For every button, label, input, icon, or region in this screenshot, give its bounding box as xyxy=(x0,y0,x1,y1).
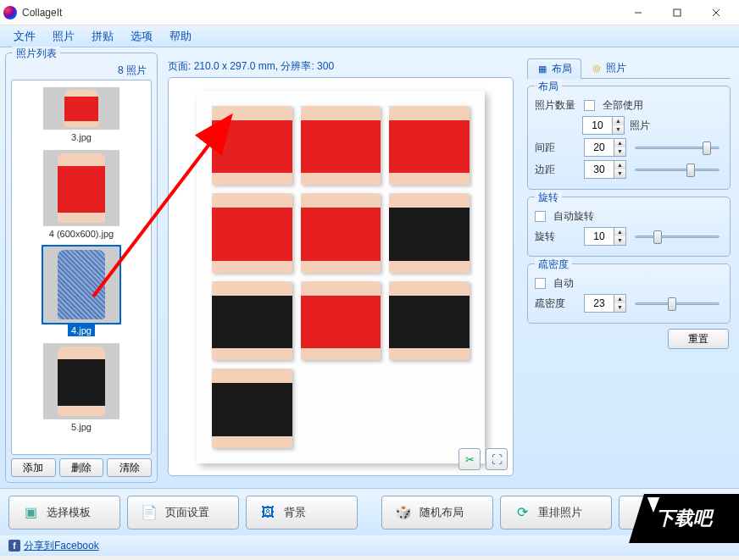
random-layout-button[interactable]: 🎲随机布局 xyxy=(381,496,493,530)
choose-template-button[interactable]: ▣选择模板 xyxy=(8,496,120,530)
crop-tool-button[interactable]: ✂ xyxy=(458,448,481,470)
spacing-slider[interactable] xyxy=(631,140,723,155)
spacing-stepper[interactable]: ▲▼ xyxy=(584,138,626,157)
rotate-stepper[interactable]: ▲▼ xyxy=(584,227,626,246)
margin-stepper[interactable]: ▲▼ xyxy=(584,160,626,179)
rearrange-button[interactable]: ⟳重排照片 xyxy=(500,496,612,530)
maximize-button[interactable] xyxy=(658,0,697,25)
tab-photo[interactable]: ◎照片 xyxy=(581,58,636,78)
delete-button[interactable]: 删除 xyxy=(59,458,104,477)
sparse-stepper[interactable]: ▲▼ xyxy=(584,294,626,313)
collage-item[interactable] xyxy=(389,281,470,361)
page-setup-button[interactable]: 📄页面设置 xyxy=(127,496,239,530)
add-button[interactable]: 添加 xyxy=(11,458,56,477)
watermark: 下载吧 xyxy=(629,494,739,543)
menubar: 文件 照片 拼贴 选项 帮助 xyxy=(0,25,739,47)
page-info: 页面: 210.0 x 297.0 mm, 分辨率: 300 xyxy=(168,59,514,77)
collage-canvas[interactable] xyxy=(197,91,485,463)
thumb-label: 3.jpg xyxy=(68,131,95,143)
collage-item[interactable] xyxy=(389,193,470,273)
svg-rect-1 xyxy=(674,9,681,16)
menu-help[interactable]: 帮助 xyxy=(161,27,200,46)
list-item[interactable]: 5.jpg xyxy=(15,340,147,436)
use-all-label: 全部使用 xyxy=(603,98,643,113)
titlebar: CollageIt xyxy=(0,0,739,25)
rotate-slider[interactable] xyxy=(631,229,723,244)
collage-item[interactable] xyxy=(212,281,292,361)
layout-icon: ▦ xyxy=(536,64,548,75)
collage-item[interactable] xyxy=(212,193,292,273)
page-setup-icon: 📄 xyxy=(140,503,158,522)
photo-icon: ◎ xyxy=(591,63,603,75)
photos-suffix: 照片 xyxy=(630,119,650,133)
menu-collage[interactable]: 拼贴 xyxy=(83,27,122,46)
list-item[interactable]: 4 (600x600).jpg xyxy=(15,147,147,243)
refresh-icon: ⟳ xyxy=(513,503,531,522)
settings-panel: ▦布局 ◎照片 布局 照片数量 全部使用 ▲▼ 照片 间距 ▲▼ 边距 ▲▼ xyxy=(524,53,734,483)
app-title: CollageIt xyxy=(22,7,619,19)
dice-icon: 🎲 xyxy=(394,503,413,522)
spacing-lbl: 间距 xyxy=(535,141,579,155)
rotate-lbl: 旋转 xyxy=(535,230,579,244)
photo-list-title: 照片列表 xyxy=(13,47,60,61)
clear-button[interactable]: 清除 xyxy=(107,458,152,477)
sparse-group: 疏密度 自动 疏密度 ▲▼ xyxy=(527,263,731,324)
menu-photo[interactable]: 照片 xyxy=(44,27,83,46)
fit-tool-button[interactable]: ⛶ xyxy=(486,448,508,470)
group-title: 布局 xyxy=(535,80,562,94)
group-title: 疏密度 xyxy=(535,258,572,272)
share-bar: f 分享到Facebook xyxy=(0,535,739,556)
settings-tabs: ▦布局 ◎照片 xyxy=(527,58,731,79)
minimize-button[interactable] xyxy=(619,0,658,25)
list-item[interactable]: 3.jpg xyxy=(15,84,147,147)
app-icon xyxy=(3,6,17,19)
list-item[interactable]: 4.jpg xyxy=(15,243,147,340)
margin-lbl: 边距 xyxy=(535,163,579,177)
photo-count-label: 8 照片 xyxy=(11,62,152,80)
collage-item[interactable] xyxy=(389,106,470,186)
thumbnail-list[interactable]: 3.jpg 4 (600x600).jpg 4.jpg 5.jpg xyxy=(11,80,152,455)
bottom-toolbar: ▣选择模板 📄页面设置 🖼背景 🎲随机布局 ⟳重排照片 ⬇输出 xyxy=(0,488,739,535)
collage-item[interactable] xyxy=(212,369,292,448)
reset-button[interactable]: 重置 xyxy=(668,329,729,349)
collage-item[interactable] xyxy=(301,281,381,361)
menu-options[interactable]: 选项 xyxy=(122,27,161,46)
template-icon: ▣ xyxy=(21,503,40,522)
auto-sparse-checkbox[interactable] xyxy=(535,278,546,289)
background-button[interactable]: 🖼背景 xyxy=(246,496,358,530)
auto-sparse-label: 自动 xyxy=(553,276,574,291)
margin-slider[interactable] xyxy=(631,162,723,177)
collage-item[interactable] xyxy=(301,106,381,186)
facebook-icon: f xyxy=(8,540,20,552)
auto-rotate-label: 自动旋转 xyxy=(553,209,594,224)
sparse-slider[interactable] xyxy=(631,296,723,311)
background-icon: 🖼 xyxy=(258,503,277,522)
rotate-group: 旋转 自动旋转 旋转 ▲▼ xyxy=(527,197,731,257)
thumb-label: 4.jpg xyxy=(68,324,95,336)
group-title: 旋转 xyxy=(535,191,562,205)
thumb-label: 4 (600x600).jpg xyxy=(46,228,117,240)
canvas-panel: 页面: 210.0 x 297.0 mm, 分辨率: 300 ✂ ⛶ xyxy=(161,53,520,483)
photo-count-lbl: 照片数量 xyxy=(535,98,579,113)
layout-group: 布局 照片数量 全部使用 ▲▼ 照片 间距 ▲▼ 边距 ▲▼ xyxy=(527,86,731,190)
photo-list-panel: 照片列表 8 照片 3.jpg 4 (600x600).jpg 4.jpg 5.… xyxy=(5,53,158,483)
auto-rotate-checkbox[interactable] xyxy=(535,211,546,222)
collage-item[interactable] xyxy=(212,106,292,186)
chevron-down-icon[interactable]: ▼ xyxy=(613,125,624,134)
menu-file[interactable]: 文件 xyxy=(5,27,44,46)
share-link[interactable]: 分享到Facebook xyxy=(24,539,99,553)
tab-layout[interactable]: ▦布局 xyxy=(527,58,581,79)
sparse-lbl: 疏密度 xyxy=(535,297,579,311)
photo-count-stepper[interactable]: ▲▼ xyxy=(582,116,625,135)
use-all-checkbox[interactable] xyxy=(584,100,595,111)
collage-item[interactable] xyxy=(301,193,381,273)
close-button[interactable] xyxy=(697,0,736,25)
chevron-up-icon[interactable]: ▲ xyxy=(613,117,624,125)
thumb-label: 5.jpg xyxy=(68,421,95,433)
canvas-wrapper: ✂ ⛶ xyxy=(168,77,514,476)
